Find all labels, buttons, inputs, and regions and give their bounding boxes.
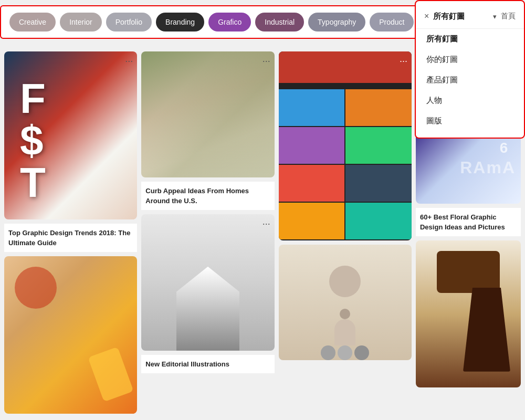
dropdown-item-yours[interactable]: 你的釘圖 xyxy=(416,49,524,70)
card-title-graphic-design: Top Graphic Design Trends 2018: The Ulti… xyxy=(8,229,130,247)
collage-cell-9 xyxy=(345,203,412,239)
card-collage[interactable]: ··· xyxy=(279,51,412,240)
card-editorial[interactable]: ··· xyxy=(141,214,274,351)
dropdown-item-all[interactable]: 所有釘圖 xyxy=(416,29,524,49)
card-caption-curb-appeal: Curb Appeal Ideas From Homes Around the … xyxy=(141,182,274,210)
collage-cell-3 xyxy=(345,89,412,126)
card-caption-graphic-design: Top Graphic Design Trends 2018: The Ulti… xyxy=(4,224,137,252)
collage-cell-5 xyxy=(345,127,412,164)
dropdown-header: × 所有釘圖 ▾ 首頁 xyxy=(416,7,524,29)
cat-pill-interior[interactable]: Interior xyxy=(60,13,102,32)
cat-pill-industrial[interactable]: Industrial xyxy=(255,13,304,32)
card-person[interactable] xyxy=(279,245,412,360)
more-options-icon[interactable]: ··· xyxy=(262,56,270,67)
collage-cell-6 xyxy=(279,165,345,202)
collage-cell-1 xyxy=(279,51,412,83)
collage-cell-2 xyxy=(279,89,345,126)
close-icon[interactable]: × xyxy=(424,12,429,21)
collage-cell-8 xyxy=(279,203,345,239)
card-caption-floral: 60+ Best Floral Graphic Design Ideas and… xyxy=(416,208,521,236)
cat-pill-branding[interactable]: Branding xyxy=(156,13,204,32)
card-caption-editorial: New Editorial Illustrations xyxy=(141,355,274,373)
card-graphic-design[interactable]: ··· xyxy=(4,51,137,219)
card-curb-appeal[interactable]: ··· xyxy=(141,51,274,177)
card-abstract[interactable] xyxy=(4,256,137,414)
cat-pill-grafico[interactable]: Grafico xyxy=(208,13,251,32)
dropdown-title: 所有釘圖 xyxy=(433,12,489,22)
cat-pill-typography[interactable]: Typography xyxy=(308,13,365,32)
card-table[interactable] xyxy=(416,240,521,387)
masonry-col-3: ··· xyxy=(279,51,412,416)
cat-pill-product[interactable]: Product xyxy=(370,13,414,32)
collage-cell-7 xyxy=(345,165,412,202)
more-options-icon[interactable]: ··· xyxy=(125,56,133,67)
dropdown-panel: × 所有釘圖 ▾ 首頁 所有釘圖 你的釘圖 產品釘圖 人物 圖版 xyxy=(415,0,525,139)
masonry-col-2: ··· Curb Appeal Ideas From Homes Around … xyxy=(141,51,274,416)
dropdown-item-people[interactable]: 人物 xyxy=(416,90,524,111)
more-options-icon[interactable]: ··· xyxy=(400,56,407,67)
card-title-floral: 60+ Best Floral Graphic Design Ideas and… xyxy=(420,213,505,231)
cat-pill-creative[interactable]: Creative xyxy=(9,13,56,32)
card-title-curb-appeal: Curb Appeal Ideas From Homes Around the … xyxy=(145,187,249,205)
cat-pill-portfolio[interactable]: Portfolio xyxy=(106,13,152,32)
collage-cell-4 xyxy=(279,127,345,164)
more-options-icon[interactable]: ··· xyxy=(262,218,270,229)
nav-link-home[interactable]: 首頁 xyxy=(501,10,516,22)
card-title-editorial: New Editorial Illustrations xyxy=(145,360,229,368)
dropdown-item-product[interactable]: 產品釘圖 xyxy=(416,70,524,90)
rama-watermark: RAmA xyxy=(460,158,516,177)
chevron-down-icon[interactable]: ▾ xyxy=(493,13,497,20)
masonry-col-1: ··· Top Graphic Design Trends 2018: The … xyxy=(4,51,137,416)
category-bar: Creative Interior Portfolio Branding Gra… xyxy=(0,5,420,39)
dropdown-item-board[interactable]: 圖版 xyxy=(416,111,524,131)
